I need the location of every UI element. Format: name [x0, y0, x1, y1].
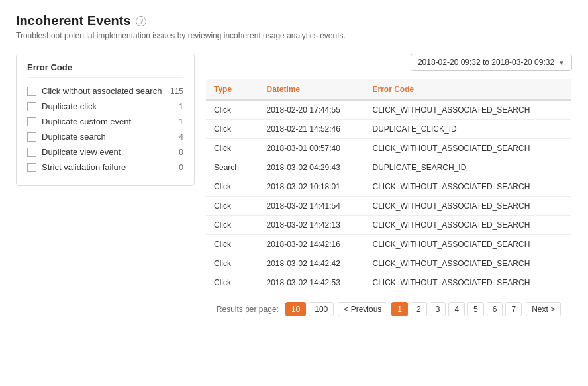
filter-item[interactable]: Strict validation failure 0	[27, 162, 183, 172]
previous-button[interactable]: < Previous	[338, 302, 387, 316]
filter-item-left: Duplicate view event	[27, 147, 121, 157]
main-layout: Error Code Click without associated sear…	[16, 54, 572, 316]
cell-type: Click	[206, 100, 259, 120]
pagination-bar: Results per page: 10 100 < Previous 1234…	[205, 302, 572, 316]
filter-label: Duplicate search	[42, 132, 106, 142]
filter-count: 0	[179, 163, 183, 172]
filter-item-left: Click without associated search	[27, 86, 162, 96]
page-numbers: 1234567	[391, 302, 522, 316]
page-number-button[interactable]: 3	[430, 302, 446, 316]
help-icon[interactable]: ?	[136, 16, 146, 26]
page-header: Incoherent Events ?	[16, 13, 572, 28]
page-number-button[interactable]: 5	[467, 302, 484, 316]
cell-datetime: 2018-03-01 00:57:40	[259, 139, 365, 158]
cell-type: Click	[206, 235, 259, 254]
cell-errorcode: DUPLICATE_CLICK_ID	[365, 120, 572, 139]
table-row: Click 2018-03-02 14:42:13 CLICK_WITHOUT_…	[206, 216, 572, 235]
sidebar-title: Error Code	[27, 62, 183, 78]
cell-errorcode: CLICK_WITHOUT_ASSOCIATED_SEARCH	[365, 100, 572, 120]
filter-count: 0	[179, 148, 183, 157]
table-header: Type Datetime Error Code	[206, 79, 572, 101]
table-row: Click 2018-03-02 14:42:53 CLICK_WITHOUT_…	[206, 273, 572, 293]
table-row: Click 2018-02-20 17:44:55 CLICK_WITHOUT_…	[206, 100, 572, 120]
column-errorcode: Error Code	[365, 79, 572, 101]
cell-type: Click	[206, 273, 259, 293]
cell-type: Click	[206, 254, 259, 273]
table-row: Click 2018-02-21 14:52:46 DUPLICATE_CLIC…	[206, 120, 572, 139]
content-area: 2018-02-20 09:32 to 2018-03-20 09:32 ▼ T…	[205, 54, 572, 316]
data-table: Type Datetime Error Code Click 2018-02-2…	[205, 79, 572, 293]
filter-item[interactable]: Duplicate view event 0	[27, 147, 183, 157]
cell-errorcode: CLICK_WITHOUT_ASSOCIATED_SEARCH	[365, 177, 572, 197]
table-row: Click 2018-03-02 14:41:54 CLICK_WITHOUT_…	[206, 197, 572, 216]
cell-type: Click	[206, 216, 259, 235]
table-body: Click 2018-02-20 17:44:55 CLICK_WITHOUT_…	[206, 100, 572, 293]
per-page-100-button[interactable]: 100	[309, 302, 334, 316]
cell-datetime: 2018-03-02 14:42:16	[259, 235, 365, 254]
chevron-down-icon: ▼	[558, 59, 565, 66]
page-number-button[interactable]: 4	[448, 302, 465, 316]
cell-errorcode: CLICK_WITHOUT_ASSOCIATED_SEARCH	[365, 235, 572, 254]
filter-label: Duplicate custom event	[42, 117, 131, 126]
filter-item[interactable]: Click without associated search 115	[27, 86, 183, 96]
filter-item[interactable]: Duplicate click 1	[27, 101, 183, 111]
table-row: Click 2018-03-02 14:42:16 CLICK_WITHOUT_…	[206, 235, 572, 254]
filter-checkbox[interactable]	[27, 163, 36, 172]
filter-count: 1	[179, 117, 183, 126]
table-row: Click 2018-03-02 14:42:42 CLICK_WITHOUT_…	[206, 254, 572, 273]
cell-type: Click	[206, 177, 259, 197]
cell-datetime: 2018-03-02 10:18:01	[259, 177, 365, 197]
filter-item-left: Duplicate search	[27, 132, 106, 142]
per-page-10-button[interactable]: 10	[285, 302, 306, 316]
cell-errorcode: CLICK_WITHOUT_ASSOCIATED_SEARCH	[365, 216, 572, 235]
cell-datetime: 2018-03-02 14:41:54	[259, 197, 365, 216]
filter-item[interactable]: Duplicate custom event 1	[27, 117, 183, 126]
page-number-button[interactable]: 7	[505, 302, 522, 316]
cell-type: Click	[206, 197, 259, 216]
filter-label: Duplicate click	[42, 101, 97, 111]
cell-datetime: 2018-03-02 14:42:42	[259, 254, 365, 273]
filter-item-left: Strict validation failure	[27, 162, 126, 172]
filter-label: Click without associated search	[42, 86, 162, 96]
cell-type: Search	[206, 158, 259, 177]
filter-count: 1	[179, 102, 183, 111]
filter-checkbox[interactable]	[27, 148, 36, 157]
cell-errorcode: CLICK_WITHOUT_ASSOCIATED_SEARCH	[365, 273, 572, 293]
filter-checkbox[interactable]	[27, 102, 36, 111]
page-number-button[interactable]: 1	[391, 302, 408, 316]
filter-checkbox[interactable]	[27, 132, 36, 142]
cell-errorcode: CLICK_WITHOUT_ASSOCIATED_SEARCH	[365, 197, 572, 216]
filter-label: Duplicate view event	[42, 147, 121, 157]
page-number-button[interactable]: 2	[411, 302, 427, 316]
date-range-selector[interactable]: 2018-02-20 09:32 to 2018-03-20 09:32 ▼	[411, 54, 572, 71]
date-range-value: 2018-02-20 09:32 to 2018-03-20 09:32	[418, 58, 554, 67]
cell-datetime: 2018-02-21 14:52:46	[259, 120, 365, 139]
per-page-section: 10 100	[285, 302, 334, 316]
filter-count: 4	[179, 132, 183, 142]
cell-datetime: 2018-02-20 17:44:55	[259, 100, 365, 120]
results-per-page-label: Results per page:	[217, 305, 279, 314]
table-row: Click 2018-03-02 10:18:01 CLICK_WITHOUT_…	[206, 177, 572, 197]
cell-type: Click	[206, 120, 259, 139]
filter-item-left: Duplicate custom event	[27, 117, 131, 126]
table-row: Search 2018-03-02 04:29:43 DUPLICATE_SEA…	[206, 158, 572, 177]
cell-datetime: 2018-03-02 14:42:13	[259, 216, 365, 235]
page-number-button[interactable]: 6	[487, 302, 503, 316]
next-button[interactable]: Next >	[526, 302, 561, 316]
date-range-bar: 2018-02-20 09:32 to 2018-03-20 09:32 ▼	[205, 54, 572, 71]
page-description: Troubleshoot potential implementation is…	[16, 31, 572, 40]
cell-errorcode: CLICK_WITHOUT_ASSOCIATED_SEARCH	[365, 254, 572, 273]
filter-count: 115	[170, 87, 183, 96]
column-datetime: Datetime	[259, 79, 365, 101]
filter-item-left: Duplicate click	[27, 101, 97, 111]
filter-item[interactable]: Duplicate search 4	[27, 132, 183, 142]
page-title: Incoherent Events	[16, 13, 130, 28]
filter-checkbox[interactable]	[27, 87, 36, 96]
filter-list: Click without associated search 115 Dupl…	[27, 86, 183, 172]
cell-datetime: 2018-03-02 04:29:43	[259, 158, 365, 177]
filter-checkbox[interactable]	[27, 117, 36, 126]
cell-datetime: 2018-03-02 14:42:53	[259, 273, 365, 293]
cell-errorcode: CLICK_WITHOUT_ASSOCIATED_SEARCH	[365, 139, 572, 158]
cell-type: Click	[206, 139, 259, 158]
filter-label: Strict validation failure	[42, 162, 126, 172]
